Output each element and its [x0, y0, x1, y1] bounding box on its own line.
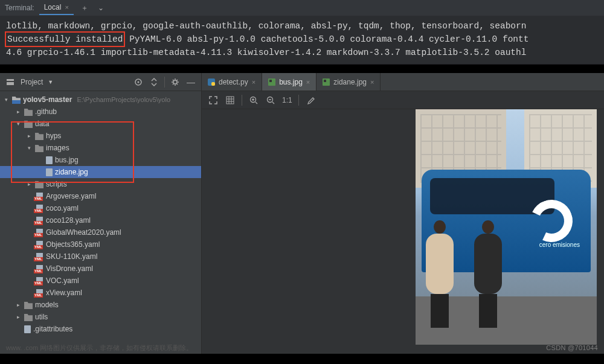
- terminal-header: Terminal: Local × ＋ ⌄: [0, 0, 604, 16]
- chevron-down-icon[interactable]: ▼: [48, 79, 53, 85]
- tree-item-label: Argoverse.yaml: [46, 192, 96, 200]
- image-canvas[interactable]: cero emisiones: [202, 109, 604, 354]
- tree-item-label: zidane.jpg: [55, 168, 88, 176]
- fullscreen-icon[interactable]: [208, 95, 219, 106]
- grid-icon[interactable]: [225, 95, 236, 106]
- close-icon[interactable]: ×: [370, 78, 374, 86]
- chevron-down-icon[interactable]: [25, 145, 33, 151]
- new-terminal-button[interactable]: ＋: [79, 3, 91, 13]
- tab-zidane-jpg[interactable]: zidane.jpg×: [316, 73, 381, 91]
- svg-rect-1: [7, 82, 14, 85]
- folder-icon: [35, 180, 43, 188]
- folder-icon: [24, 120, 33, 128]
- close-icon[interactable]: ×: [252, 78, 255, 86]
- zoom-label[interactable]: 1:1: [282, 96, 292, 104]
- project-panel-label: Project: [21, 78, 43, 86]
- tree-item-globalwheat2020-yaml[interactable]: YMLGlobalWheat2020.yaml: [0, 226, 201, 238]
- image-file-icon: [46, 168, 53, 176]
- tree-item-bus-jpg[interactable]: bus.jpg: [0, 154, 201, 166]
- expand-all-button[interactable]: [149, 77, 159, 88]
- tab-detect-py[interactable]: detect.py×: [202, 73, 262, 91]
- zoom-out-icon[interactable]: [265, 95, 276, 106]
- tree-item-models[interactable]: models: [0, 299, 201, 311]
- project-icon: [5, 77, 16, 88]
- image-file-icon: [46, 156, 53, 164]
- tree-item-zidane-jpg[interactable]: zidane.jpg: [0, 166, 201, 178]
- editor-area: detect.py×bus.jpg×zidane.jpg× 1:1 cero e…: [202, 73, 604, 354]
- chevron-down-icon[interactable]: [2, 97, 10, 103]
- preview-image: cero emisiones: [416, 109, 597, 345]
- tree-item-label: coco128.yaml: [46, 216, 91, 225]
- watermark-2: www. .com 网络图片仅供展示，非存储，如有侵权请联系删除。: [6, 343, 193, 353]
- terminal-line-3: 4.6 grpcio-1.46.1 importlib-metadata-4.1…: [6, 48, 526, 57]
- close-icon[interactable]: ×: [65, 4, 68, 11]
- gear-icon[interactable]: [170, 77, 181, 88]
- select-opened-file-button[interactable]: [133, 77, 144, 88]
- tree-item-visdrone-yaml[interactable]: YMLVisDrone.yaml: [0, 263, 201, 275]
- chevron-down-icon[interactable]: [14, 121, 22, 127]
- tree-item-sku-110k-yaml[interactable]: YMLSKU-110K.yaml: [0, 251, 201, 263]
- tree-item-label: scripts: [46, 180, 67, 188]
- hide-button[interactable]: —: [185, 77, 196, 88]
- chevron-right-icon[interactable]: [25, 133, 33, 139]
- tree-item-coco128-yaml[interactable]: YMLcoco128.yaml: [0, 214, 201, 226]
- tree-item-label: SKU-110K.yaml: [46, 252, 97, 261]
- svg-rect-0: [7, 79, 14, 81]
- project-tree[interactable]: yolov5-master E:\PycharmProjects\yolov5\…: [0, 91, 201, 354]
- yaml-icon: YML: [35, 204, 43, 212]
- terminal-tab-local[interactable]: Local ×: [39, 1, 74, 15]
- image-icon: [268, 78, 275, 86]
- tree-item-images[interactable]: images: [0, 142, 201, 154]
- tree-item-data[interactable]: data: [0, 118, 201, 130]
- bus-text: cero emisiones: [539, 241, 580, 248]
- image-icon: [323, 78, 330, 86]
- chevron-right-icon[interactable]: [14, 109, 22, 115]
- tab-label: zidane.jpg: [333, 78, 367, 86]
- terminal-panel: Terminal: Local × ＋ ⌄ lotlib, markdown, …: [0, 0, 604, 65]
- zoom-in-icon[interactable]: [248, 95, 259, 106]
- tree-item-label: hyps: [46, 132, 61, 140]
- yaml-icon: YML: [35, 276, 43, 285]
- tree-root[interactable]: yolov5-master E:\PycharmProjects\yolov5\…: [0, 94, 201, 106]
- tree-item-argoverse-yaml[interactable]: YMLArgoverse.yaml: [0, 190, 201, 202]
- tree-item-label: utils: [35, 313, 48, 321]
- tree-item-hyps[interactable]: hyps: [0, 130, 201, 142]
- yaml-icon: YML: [35, 264, 43, 273]
- tree-item-coco-yaml[interactable]: YMLcoco.yaml: [0, 202, 201, 214]
- terminal-highlight: Successfully installed: [6, 33, 124, 46]
- tree-item-utils[interactable]: utils: [0, 311, 201, 323]
- tree-item-label: .gitattributes: [33, 325, 72, 333]
- tab-label: detect.py: [219, 78, 248, 86]
- tree-item-label: coco.yaml: [46, 204, 79, 212]
- chevron-right-icon[interactable]: [14, 314, 22, 320]
- terminal-output[interactable]: lotlib, markdown, grpcio, google-auth-oa…: [0, 16, 604, 64]
- tree-item-voc-yaml[interactable]: YMLVOC.yaml: [0, 275, 201, 287]
- project-toolbar: Project ▼ —: [0, 73, 201, 91]
- file-icon: [24, 325, 31, 333]
- tab-bus-jpg[interactable]: bus.jpg×: [262, 73, 316, 91]
- yaml-icon: YML: [35, 252, 43, 261]
- image-toolbar: 1:1: [202, 91, 604, 109]
- yaml-icon: YML: [35, 240, 43, 249]
- close-icon[interactable]: ×: [306, 78, 310, 86]
- tree-item-label: VOC.yaml: [46, 276, 79, 285]
- tree-item--gitattributes[interactable]: .gitattributes: [0, 323, 201, 335]
- tree-item-scripts[interactable]: scripts: [0, 178, 201, 190]
- tree-item-label: data: [35, 120, 49, 128]
- tree-item-label: .github: [35, 107, 57, 116]
- yaml-icon: YML: [35, 228, 43, 237]
- tree-item--github[interactable]: .github: [0, 106, 201, 118]
- color-picker-icon[interactable]: [305, 95, 316, 106]
- terminal-dropdown-icon[interactable]: ⌄: [95, 4, 106, 12]
- tree-item-objects365-yaml[interactable]: YMLObjects365.yaml: [0, 238, 201, 251]
- tree-item-label: images: [46, 144, 69, 152]
- python-icon: [208, 78, 215, 86]
- tab-label: bus.jpg: [279, 78, 303, 86]
- tree-item-label: bus.jpg: [55, 156, 79, 164]
- chevron-right-icon[interactable]: [25, 181, 33, 187]
- tree-item-xview-yaml[interactable]: YMLxView.yaml: [0, 287, 201, 299]
- folder-icon: [24, 107, 33, 116]
- tree-item-label: VisDrone.yaml: [46, 264, 93, 273]
- ide-panel: Project ▼ — yolov5-master E:\PycharmProj…: [0, 73, 604, 354]
- chevron-right-icon[interactable]: [14, 302, 22, 308]
